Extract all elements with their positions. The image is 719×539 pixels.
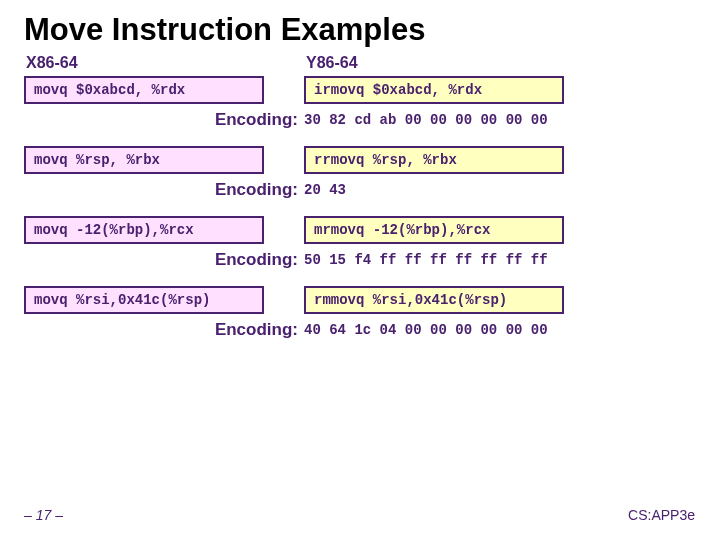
y86-instr: irmovq $0xabcd, %rdx [304,76,564,104]
encoding-label: Encoding: [24,180,304,200]
encoding-bytes: 40 64 1c 04 00 00 00 00 00 00 [304,322,548,338]
footer: – 17 – CS:APP3e [24,507,695,523]
encoding-row: Encoding: 30 82 cd ab 00 00 00 00 00 00 [24,110,695,130]
slide-title: Move Instruction Examples [0,0,719,54]
page-number: – 17 – [24,507,63,523]
y86-instr: mrmovq -12(%rbp),%rcx [304,216,564,244]
header-y86: Y86-64 [304,54,695,72]
instr-row: movq -12(%rbp),%rcx mrmovq -12(%rbp),%rc… [24,216,695,244]
content-area: X86-64 Y86-64 movq $0xabcd, %rdx irmovq … [0,54,719,340]
header-x86: X86-64 [24,54,294,72]
encoding-row: Encoding: 20 43 [24,180,695,200]
encoding-bytes: 30 82 cd ab 00 00 00 00 00 00 [304,112,548,128]
x86-instr: movq %rsi,0x41c(%rsp) [24,286,264,314]
instr-row: movq $0xabcd, %rdx irmovq $0xabcd, %rdx [24,76,695,104]
instr-row: movq %rsp, %rbx rrmovq %rsp, %rbx [24,146,695,174]
encoding-label: Encoding: [24,250,304,270]
encoding-label: Encoding: [24,320,304,340]
encoding-bytes: 20 43 [304,182,346,198]
encoding-row: Encoding: 40 64 1c 04 00 00 00 00 00 00 [24,320,695,340]
y86-instr: rrmovq %rsp, %rbx [304,146,564,174]
column-headers: X86-64 Y86-64 [24,54,695,76]
encoding-row: Encoding: 50 15 f4 ff ff ff ff ff ff ff [24,250,695,270]
x86-instr: movq $0xabcd, %rdx [24,76,264,104]
y86-instr: rmmovq %rsi,0x41c(%rsp) [304,286,564,314]
instr-row: movq %rsi,0x41c(%rsp) rmmovq %rsi,0x41c(… [24,286,695,314]
source-label: CS:APP3e [628,507,695,523]
x86-instr: movq -12(%rbp),%rcx [24,216,264,244]
encoding-label: Encoding: [24,110,304,130]
encoding-bytes: 50 15 f4 ff ff ff ff ff ff ff [304,252,548,268]
x86-instr: movq %rsp, %rbx [24,146,264,174]
